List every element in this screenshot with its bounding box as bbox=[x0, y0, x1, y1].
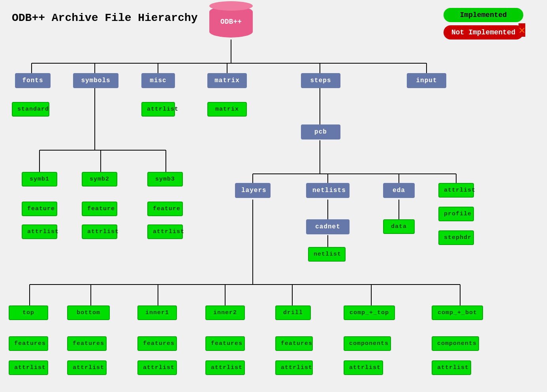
node-comp-top-components: components bbox=[344, 336, 391, 351]
node-netlists: netlists bbox=[306, 183, 350, 198]
node-bottom: bottom bbox=[67, 305, 110, 320]
legend-not-implemented: Not Implemented ✕ bbox=[444, 25, 523, 40]
node-input: input bbox=[407, 73, 446, 88]
node-symb1-feature: feature bbox=[22, 202, 57, 216]
node-eda: eda bbox=[383, 183, 415, 198]
odb-label: ODB++ bbox=[220, 18, 242, 26]
node-symb2-attrlist: attrlist bbox=[82, 224, 117, 239]
node-steps: steps bbox=[301, 73, 340, 88]
node-comp-top: comp_+_top bbox=[344, 305, 395, 320]
legend: Implemented Not Implemented ✕ bbox=[444, 8, 523, 40]
page-title: ODB++ Archive File Hierarchy bbox=[12, 12, 197, 24]
node-misc: misc bbox=[141, 73, 175, 88]
node-inner2-attrlist: attrlist bbox=[205, 360, 245, 375]
node-standard: standard bbox=[12, 102, 49, 117]
node-symb3-feature: feature bbox=[147, 202, 183, 216]
node-drill-attrlist: attrlist bbox=[275, 360, 313, 375]
node-cadnet: cadnet bbox=[306, 219, 350, 234]
node-pcb: pcb bbox=[301, 124, 340, 139]
odb-root: ODB++ bbox=[209, 6, 253, 38]
node-symb2: symb2 bbox=[82, 172, 117, 187]
node-profile: profile bbox=[438, 207, 474, 221]
node-inner1-attrlist: attrlist bbox=[137, 360, 177, 375]
node-symb3: symb3 bbox=[147, 172, 183, 187]
node-top-features: features bbox=[9, 336, 48, 351]
node-matrix-file: matrix bbox=[207, 102, 247, 117]
node-symb2-feature: feature bbox=[82, 202, 117, 216]
node-comp-bot: comp_+_bot bbox=[432, 305, 483, 320]
node-symb1: symb1 bbox=[22, 172, 57, 187]
node-netlist: netlist bbox=[308, 247, 346, 262]
node-comp-top-attrlist: attrlist bbox=[344, 360, 383, 375]
node-layers: layers bbox=[235, 183, 271, 198]
node-symb1-attrlist: attrlist bbox=[22, 224, 57, 239]
node-inner2-features: features bbox=[205, 336, 245, 351]
node-attrlist-misc: attrlist bbox=[141, 102, 175, 117]
node-attrlist-pcb: attrlist bbox=[438, 183, 474, 198]
node-inner1: inner1 bbox=[137, 305, 177, 320]
node-symb3-attrlist: attrlist bbox=[147, 224, 183, 239]
node-matrix: matrix bbox=[207, 73, 247, 88]
node-stephdr: stephdr bbox=[438, 230, 474, 245]
node-drill-features: features bbox=[275, 336, 313, 351]
node-comp-bot-components: components bbox=[432, 336, 479, 351]
node-data: data bbox=[383, 219, 415, 234]
node-fonts: fonts bbox=[15, 73, 51, 88]
node-bot-attrlist: attrlist bbox=[67, 360, 107, 375]
node-comp-bot-attrlist: attrlist bbox=[432, 360, 471, 375]
node-inner1-features: features bbox=[137, 336, 177, 351]
legend-implemented: Implemented bbox=[444, 8, 523, 22]
node-inner2: inner2 bbox=[205, 305, 245, 320]
node-top-attrlist: attrlist bbox=[9, 360, 48, 375]
node-drill: drill bbox=[275, 305, 311, 320]
node-symbols: symbols bbox=[73, 73, 118, 88]
node-top: top bbox=[9, 305, 48, 320]
node-bot-features: features bbox=[67, 336, 107, 351]
